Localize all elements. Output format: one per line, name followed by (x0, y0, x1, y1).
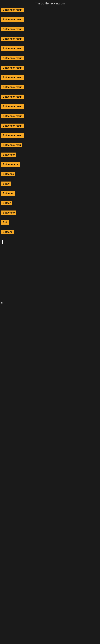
bottleneck-badge[interactable]: Bottleneck re (1, 162, 20, 167)
bottleneck-badge[interactable]: Bottlenec (1, 172, 15, 176)
list-item: Bottleneck re (0, 162, 100, 171)
list-item: Bottleneck result (0, 36, 100, 46)
list-item: Bottleneck result (0, 55, 100, 65)
bottleneck-badge[interactable]: Bottleneck result (1, 104, 24, 109)
bottleneck-badge[interactable]: Bottleneck (1, 152, 16, 157)
bottleneck-badge[interactable]: Bottleneck result (1, 37, 24, 41)
list-item: Bottleneck result (0, 104, 100, 113)
bottleneck-badge[interactable]: Bottleneck result (1, 133, 24, 138)
bottleneck-badge[interactable]: Bottleneck result (1, 56, 24, 60)
list-item: Bottleneck resu (0, 142, 100, 152)
bottleneck-badge[interactable]: Bottlene (1, 230, 14, 234)
list-item: Bottleneck result (0, 16, 100, 26)
list-item: Bottlenec (0, 190, 100, 200)
list-item: Bottleneck result (0, 65, 100, 74)
cursor-item (0, 239, 100, 246)
site-title: TheBottlenecker.com (0, 0, 100, 7)
list-item: Bottlenec (0, 171, 100, 181)
list-item: Bottleneck result (0, 7, 100, 16)
bottleneck-badge[interactable]: Bottleneck result (1, 114, 24, 118)
bottleneck-badge[interactable]: Bott (1, 220, 9, 224)
bottleneck-badge[interactable]: Bottleneck (1, 210, 16, 215)
list-item: Bott (0, 219, 100, 229)
bottleneck-badge[interactable]: Bottleneck result (1, 17, 24, 22)
list-item: Bottlene (0, 229, 100, 239)
bottom-char: c (0, 300, 100, 305)
bottleneck-badge[interactable]: Bottleneck result (1, 8, 24, 12)
cursor-line (2, 240, 3, 244)
list-item: Bottleneck result (0, 46, 100, 55)
list-item: Bottleneck result (0, 123, 100, 132)
bottleneck-badge[interactable]: Bottleneck result (1, 75, 24, 80)
list-item: Bottle (0, 181, 100, 190)
list-item: Bottleneck result (0, 113, 100, 123)
bottleneck-badge[interactable]: Bottleneck result (1, 94, 24, 99)
list-item: Bottleneck (0, 210, 100, 219)
bottleneck-badge[interactable]: Bottlen (1, 201, 12, 205)
list-item: Bottleneck result (0, 26, 100, 36)
bottleneck-badge[interactable]: Bottleneck result (1, 124, 24, 128)
list-item: Bottleneck result (0, 132, 100, 142)
list-item: Bottleneck result (0, 74, 100, 84)
bottleneck-badge[interactable]: Bottleneck result (1, 85, 24, 89)
bottleneck-badge[interactable]: Bottleneck result (1, 46, 24, 51)
bottleneck-badge[interactable]: Bottle (1, 182, 11, 186)
bottleneck-badge[interactable]: Bottleneck result (1, 27, 24, 32)
bottleneck-badge[interactable]: Bottlenec (1, 191, 15, 196)
list-item: Bottlen (0, 200, 100, 210)
bottleneck-badge[interactable]: Bottleneck resu (1, 143, 22, 147)
list-item: Bottleneck (0, 152, 100, 162)
bottleneck-badge[interactable]: Bottleneck result (1, 66, 24, 70)
list-item: Bottleneck result (0, 94, 100, 104)
list-item: Bottleneck result (0, 84, 100, 94)
